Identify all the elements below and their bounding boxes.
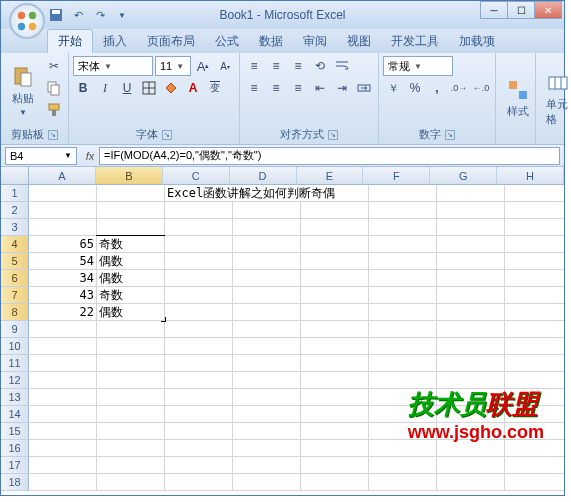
column-header[interactable]: E — [297, 167, 364, 185]
cell[interactable] — [165, 355, 233, 372]
cut-icon[interactable]: ✂ — [44, 56, 64, 76]
cell[interactable] — [505, 202, 564, 219]
cell[interactable] — [505, 372, 564, 389]
cell[interactable] — [505, 389, 564, 406]
cell[interactable] — [29, 389, 97, 406]
cell[interactable] — [165, 440, 233, 457]
grow-font-icon[interactable]: A▴ — [193, 56, 213, 76]
cell[interactable] — [369, 423, 437, 440]
cell[interactable] — [233, 236, 301, 253]
office-button[interactable] — [9, 3, 45, 39]
font-size-combo[interactable]: 11▼ — [155, 56, 191, 76]
cell[interactable] — [233, 338, 301, 355]
cell[interactable] — [301, 355, 369, 372]
ribbon-tab[interactable]: 视图 — [337, 30, 381, 53]
cell[interactable] — [505, 287, 564, 304]
cell[interactable] — [233, 355, 301, 372]
cell[interactable] — [29, 185, 97, 202]
cell[interactable] — [505, 423, 564, 440]
cell[interactable] — [301, 372, 369, 389]
cell[interactable] — [369, 287, 437, 304]
cell[interactable] — [233, 287, 301, 304]
cell[interactable] — [505, 219, 564, 236]
cell[interactable] — [301, 321, 369, 338]
cell[interactable] — [505, 253, 564, 270]
cell[interactable] — [97, 440, 165, 457]
cell[interactable] — [97, 372, 165, 389]
align-middle-icon[interactable]: ≡ — [266, 56, 286, 76]
cell[interactable] — [369, 457, 437, 474]
cell[interactable] — [233, 423, 301, 440]
cell-value[interactable]: 偶数 — [97, 253, 165, 270]
fill-color-button[interactable] — [161, 78, 181, 98]
column-header[interactable]: H — [497, 167, 564, 185]
cell[interactable] — [505, 236, 564, 253]
cell[interactable] — [369, 406, 437, 423]
cell[interactable] — [165, 372, 233, 389]
currency-button[interactable]: ￥ — [383, 78, 403, 98]
decrease-indent-icon[interactable]: ⇤ — [310, 78, 330, 98]
cell[interactable] — [97, 321, 165, 338]
column-header[interactable]: C — [163, 167, 230, 185]
cell[interactable] — [29, 474, 97, 491]
ribbon-tab[interactable]: 公式 — [205, 30, 249, 53]
cell[interactable] — [233, 321, 301, 338]
cell-value[interactable]: 34 — [29, 270, 97, 287]
ribbon-tab[interactable]: 开发工具 — [381, 30, 449, 53]
row-header[interactable]: 10 — [1, 338, 29, 355]
cell[interactable] — [233, 270, 301, 287]
cell[interactable] — [29, 321, 97, 338]
ribbon-tab[interactable]: 审阅 — [293, 30, 337, 53]
cell[interactable] — [369, 202, 437, 219]
increase-indent-icon[interactable]: ⇥ — [332, 78, 352, 98]
cell[interactable] — [301, 304, 369, 321]
cell[interactable] — [165, 253, 233, 270]
cell[interactable] — [97, 219, 165, 236]
cell[interactable] — [369, 440, 437, 457]
cell[interactable] — [233, 474, 301, 491]
column-header[interactable]: F — [363, 167, 430, 185]
ribbon-tab[interactable]: 插入 — [93, 30, 137, 53]
row-header[interactable]: 16 — [1, 440, 29, 457]
cell[interactable] — [505, 270, 564, 287]
row-header[interactable]: 5 — [1, 253, 29, 270]
cell-value[interactable]: 偶数 — [97, 270, 165, 287]
align-bottom-icon[interactable]: ≡ — [288, 56, 308, 76]
cell[interactable] — [97, 338, 165, 355]
ribbon-tab[interactable]: 数据 — [249, 30, 293, 53]
undo-icon[interactable]: ↶ — [69, 6, 87, 24]
cell[interactable] — [437, 219, 505, 236]
redo-icon[interactable]: ↷ — [91, 6, 109, 24]
cell[interactable] — [301, 389, 369, 406]
save-icon[interactable] — [47, 6, 65, 24]
cell[interactable] — [29, 440, 97, 457]
underline-button[interactable]: U — [117, 78, 137, 98]
dialog-launcher-icon[interactable]: ↘ — [328, 130, 338, 140]
cell[interactable] — [29, 423, 97, 440]
row-header[interactable]: 2 — [1, 202, 29, 219]
cell[interactable] — [165, 270, 233, 287]
column-header[interactable]: A — [29, 167, 96, 185]
cell[interactable] — [437, 474, 505, 491]
ribbon-tab[interactable]: 加载项 — [449, 30, 505, 53]
worksheet-grid[interactable]: ABCDEFGH 123456789101112131415161718 Exc… — [1, 167, 564, 493]
cell[interactable] — [505, 321, 564, 338]
maximize-button[interactable]: ☐ — [507, 1, 535, 19]
cell[interactable] — [369, 236, 437, 253]
row-header[interactable]: 18 — [1, 474, 29, 491]
cells-button[interactable]: 单元格 — [540, 56, 571, 141]
cell[interactable] — [437, 304, 505, 321]
cell[interactable] — [165, 457, 233, 474]
orientation-icon[interactable]: ⟲ — [310, 56, 330, 76]
merge-button[interactable] — [354, 78, 374, 98]
cell[interactable] — [233, 304, 301, 321]
row-header[interactable]: 11 — [1, 355, 29, 372]
select-all-corner[interactable] — [1, 167, 29, 185]
cell[interactable] — [29, 406, 97, 423]
cell[interactable] — [233, 253, 301, 270]
cell[interactable] — [301, 474, 369, 491]
cell[interactable] — [233, 202, 301, 219]
cell[interactable] — [29, 372, 97, 389]
row-header[interactable]: 14 — [1, 406, 29, 423]
cell[interactable] — [165, 423, 233, 440]
